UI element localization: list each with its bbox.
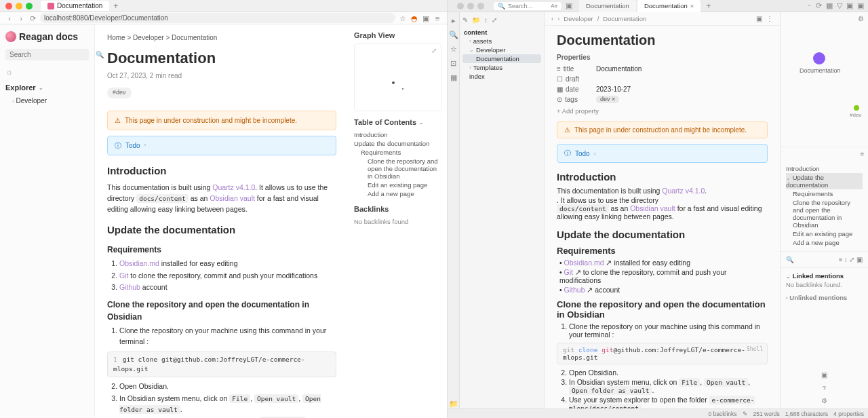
expand-icon[interactable]: ⤢ (431, 47, 437, 54)
outline-item[interactable]: Requirements (786, 189, 863, 198)
sidebar-toggle-icon[interactable]: ▣ (566, 1, 572, 10)
prop-title[interactable]: ≡titleDocumentation (557, 64, 768, 74)
github-link[interactable]: Github (119, 283, 140, 291)
tree-root[interactable]: content (462, 28, 541, 37)
toc-link[interactable]: Update the documentation (354, 139, 441, 148)
prop-date[interactable]: ▦date2023-10-27 (557, 84, 768, 94)
add-property-button[interactable]: + Add property (557, 107, 768, 115)
crumb-documentation[interactable]: Documentation (172, 34, 217, 41)
forward-icon[interactable]: › (17, 14, 25, 22)
outline-item[interactable]: Introduction (786, 164, 863, 173)
toc-header[interactable]: Table of Contents ⌄ (354, 118, 441, 126)
font-icon[interactable]: Aa (551, 3, 557, 9)
outline-item[interactable]: Clone the repository and open the docume… (786, 198, 863, 229)
crumb-developer[interactable]: Developer (133, 34, 164, 41)
shield-icon[interactable]: ◓ (410, 14, 418, 22)
minimize-window-button[interactable] (467, 3, 474, 10)
toc-link[interactable]: Edit an existing page (354, 180, 441, 189)
maximize-window-button[interactable] (26, 3, 33, 10)
close-window-button[interactable] (457, 3, 464, 10)
folder-icon[interactable]: 📁 (449, 400, 458, 408)
browser-tab[interactable]: Documentation (41, 1, 109, 11)
theme-toggle[interactable]: ☼ (5, 67, 89, 77)
sort-icon[interactable]: ↕ (484, 16, 488, 24)
close-tab-icon[interactable]: × (690, 2, 694, 10)
toc-link[interactable]: Introduction (354, 130, 441, 139)
search-tools[interactable]: ≡ ↕ ⤢ ▣ (839, 256, 863, 263)
editor[interactable]: Documentation Properties ≡titleDocumenta… (545, 26, 780, 408)
tab-documentation-active[interactable]: Documentation × (637, 0, 701, 12)
prop-tags[interactable]: ⊙tagsdev × (557, 94, 768, 104)
crumb-home[interactable]: Home (107, 34, 125, 41)
calendar-icon[interactable]: ▦ (826, 1, 833, 10)
properties-header[interactable]: Properties (557, 54, 768, 61)
quartz-link[interactable]: Quartz v4.1.0 (662, 187, 705, 195)
graph-node[interactable] (392, 81, 395, 84)
reload-icon[interactable]: ⟳ (28, 14, 37, 22)
menu-icon[interactable]: ≡ (433, 14, 441, 22)
obsidian-vault-link[interactable]: Obsidian vault (630, 204, 675, 212)
tag-pill[interactable]: #dev (107, 88, 132, 98)
bookmark-icon[interactable]: ☆ (399, 14, 407, 22)
new-tab-button[interactable]: + (702, 0, 715, 12)
search-icon[interactable]: 🔍 (786, 256, 794, 263)
help-icon[interactable]: ? (823, 384, 826, 392)
url-input[interactable]: localhost:8080/Developer/Documentation (40, 13, 395, 23)
unlinked-mentions-header[interactable]: › Unlinked mentions (786, 294, 863, 301)
minimize-window-button[interactable] (16, 3, 22, 10)
obsidian-link[interactable]: Obsidian.md (119, 259, 159, 267)
right-sidebar-toggle-icon[interactable]: ▣ (857, 1, 864, 10)
toc-link[interactable]: Add a new page (354, 189, 441, 198)
outline-item[interactable]: Edit an existing page (786, 229, 863, 238)
note-title[interactable]: Documentation (557, 33, 768, 48)
status-chars[interactable]: 1,688 characters (785, 411, 828, 417)
search-icon[interactable]: 🔍 (449, 31, 458, 39)
status-words[interactable]: 251 words (753, 411, 780, 417)
status-backlinks[interactable]: 0 backlinks (709, 411, 737, 417)
outline-item[interactable]: ⌄ Update the documentation (786, 173, 863, 189)
outline-item[interactable]: Add a new page (786, 238, 863, 247)
nav-forward-icon[interactable]: › (557, 15, 559, 22)
local-graph[interactable]: Documentation #dev (781, 25, 868, 147)
command-icon[interactable]: ▣ (821, 371, 827, 379)
panel-icon[interactable]: ▣ (846, 1, 853, 10)
quartz-link[interactable]: Quartz v4.1.0 (212, 183, 255, 191)
maximize-window-button[interactable] (477, 3, 484, 10)
status-props[interactable]: 4 properties (833, 411, 864, 417)
linked-mentions-header[interactable]: ⌄ Linked mentions (786, 272, 863, 280)
obsidian-search[interactable]: 🔍 Search... Aa (494, 2, 561, 10)
collapse-icon[interactable]: ⤢ (492, 16, 497, 24)
tree-item-index[interactable]: index (462, 72, 541, 81)
nav-back-icon[interactable]: ‹ (551, 15, 553, 22)
explorer-item-developer[interactable]: › Developer (5, 96, 89, 106)
callout-todo[interactable]: ⓘ Todo › (107, 136, 336, 155)
graph-node[interactable] (402, 88, 403, 90)
bookmark-icon[interactable]: ☆ (450, 45, 457, 54)
extensions-icon[interactable]: ▣ (422, 14, 430, 22)
close-window-button[interactable] (5, 3, 12, 10)
tree-item-developer[interactable]: ⌄Developer (462, 45, 541, 54)
sync-icon[interactable]: ⟳ (816, 1, 822, 10)
more-icon[interactable]: ⋮ (766, 15, 773, 22)
tree-item-documentation[interactable]: Documentation (462, 54, 541, 63)
graph-view[interactable]: ⤢ (354, 43, 441, 111)
site-brand[interactable]: Reagan docs (5, 31, 89, 42)
back-icon[interactable]: ‹ (5, 14, 14, 22)
obsidian-vault-link[interactable]: Obsidian vault (210, 194, 255, 202)
tab-dropdown-icon[interactable]: ⌄ (807, 1, 812, 10)
graph-node-main[interactable] (813, 52, 825, 64)
git-link[interactable]: Git (119, 271, 128, 280)
tree-item-assets[interactable]: ›assets (462, 37, 541, 45)
settings-icon[interactable]: ⚙ (858, 15, 864, 22)
settings-icon[interactable]: ⚙ (821, 397, 827, 404)
toc-link[interactable]: Clone the repository and open the docume… (354, 157, 441, 180)
list-icon[interactable]: ≡ (860, 150, 864, 157)
filter-icon[interactable]: ▽ (837, 1, 842, 10)
graph-icon[interactable]: ⊡ (450, 59, 456, 68)
edit-icon[interactable]: ✎ (743, 411, 748, 417)
search-input[interactable] (9, 51, 96, 58)
toc-link[interactable]: Requirements (354, 148, 441, 157)
callout-todo[interactable]: ⓘ Todo › (557, 144, 768, 163)
prop-draft[interactable]: ☐draft (557, 74, 768, 84)
canvas-icon[interactable]: ▦ (450, 73, 457, 82)
